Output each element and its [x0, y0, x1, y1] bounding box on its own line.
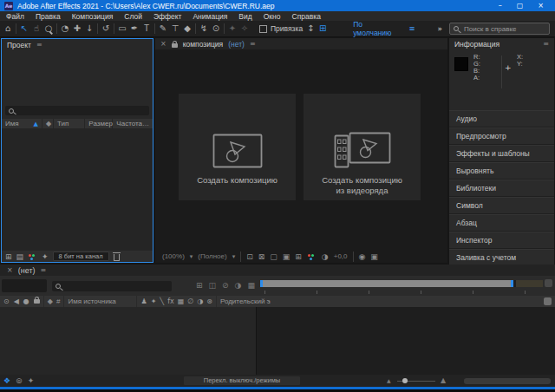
- workspace-menu-icon[interactable]: ≡: [408, 24, 415, 33]
- layer-list-area[interactable]: [0, 307, 257, 375]
- parent-column[interactable]: Родительский элемент…: [217, 296, 271, 307]
- close-tab-icon[interactable]: ×: [7, 266, 13, 274]
- toolbar-overflow-chevron[interactable]: »: [438, 24, 443, 33]
- collapsed-panel-tab[interactable]: Инспектор: [449, 232, 554, 249]
- layer-switch-icon[interactable]: ╲: [160, 297, 164, 305]
- bit-depth-button[interactable]: 8 бит на канал: [53, 252, 109, 261]
- resolution-dropdown[interactable]: (Полное): [198, 252, 226, 260]
- column-name[interactable]: Имя ▲: [2, 119, 42, 128]
- timeline-option-icon[interactable]: ⊞: [196, 281, 203, 290]
- interpret-footage-icon[interactable]: ⊞: [5, 252, 12, 261]
- comp-marker-bin[interactable]: [545, 279, 552, 287]
- zoom-in-mountain-icon[interactable]: ▲: [441, 376, 446, 384]
- rectangle-tool[interactable]: ▭: [118, 22, 127, 36]
- snap-options-icon[interactable]: ↕: [306, 22, 315, 36]
- layer-switch-icon[interactable]: ∅: [187, 297, 193, 305]
- layer-switch-icon[interactable]: fx: [167, 297, 174, 305]
- show-snapshot-icon[interactable]: ▣: [370, 252, 378, 261]
- timeline-tab[interactable]: (нет): [18, 266, 36, 275]
- clone-stamp-tool[interactable]: ⊤: [171, 22, 180, 36]
- source-name-column[interactable]: Имя источника: [64, 296, 137, 307]
- collapsed-panel-tab[interactable]: Аудио: [449, 110, 554, 127]
- menu-item[interactable]: Окно: [264, 12, 281, 21]
- video-eye-icon[interactable]: ⊙: [3, 297, 10, 305]
- collapsed-panel-tab[interactable]: Символ: [449, 197, 554, 214]
- rotation-tool[interactable]: ↺: [101, 22, 110, 36]
- timeline-option-icon[interactable]: ◑: [235, 281, 242, 290]
- menu-item[interactable]: Эффект: [153, 12, 182, 21]
- help-search-input[interactable]: [462, 24, 545, 34]
- timeline-search-input[interactable]: [63, 282, 168, 291]
- menu-item[interactable]: Вид: [238, 12, 251, 21]
- eraser-tool[interactable]: ◆: [183, 22, 192, 36]
- collapsed-panel-tab[interactable]: Эффекты и шаблоны: [449, 145, 554, 162]
- info-panel-tab[interactable]: Информация: [454, 40, 500, 49]
- menu-item[interactable]: Справка: [292, 12, 321, 21]
- audio-icon[interactable]: ◀: [14, 297, 19, 305]
- layer-switch-icon[interactable]: ◑: [197, 297, 203, 305]
- collapsed-panel-tab[interactable]: Абзац: [449, 214, 554, 232]
- draft-3d-icon[interactable]: ⊚: [16, 376, 23, 385]
- project-settings-icon[interactable]: ✦: [42, 252, 49, 261]
- orbit-camera-tool[interactable]: ◔: [61, 22, 69, 36]
- new-composition-icon[interactable]: [28, 253, 37, 260]
- menu-item[interactable]: Композиция: [72, 12, 114, 21]
- work-area-end-handle[interactable]: [511, 280, 513, 287]
- layer-switch-icon[interactable]: ▦: [178, 297, 185, 305]
- project-tab[interactable]: Проект: [7, 41, 31, 49]
- minimize-button[interactable]: –: [499, 2, 502, 10]
- view-option-icon[interactable]: ▢: [270, 252, 278, 261]
- column-size[interactable]: Размер: [85, 119, 113, 128]
- timeline-option-icon[interactable]: ▦: [247, 281, 255, 290]
- selection-tool[interactable]: ↖: [20, 22, 29, 36]
- close-button[interactable]: ×: [538, 2, 544, 10]
- zoom-out-mountain-icon[interactable]: ▲: [387, 377, 391, 383]
- layer-switch-icon[interactable]: ⊛: [206, 297, 212, 305]
- timeline-option-icon[interactable]: ⊘: [222, 281, 229, 290]
- view-option-icon[interactable]: ⊠: [258, 252, 265, 261]
- panel-menu-icon[interactable]: ≡: [543, 40, 549, 48]
- exposure-value[interactable]: +0,0: [334, 252, 348, 260]
- panel-menu-icon[interactable]: ≡: [41, 266, 47, 274]
- project-search-input[interactable]: [16, 106, 146, 115]
- index-column[interactable]: #: [56, 297, 60, 305]
- exposure-icon[interactable]: ◑: [322, 252, 329, 261]
- brush-tool[interactable]: ✎: [159, 22, 167, 36]
- magnification-dropdown[interactable]: (100%): [162, 252, 185, 260]
- roto-brush-tool[interactable]: ↯: [199, 22, 208, 36]
- toggle-switches-modes-button[interactable]: Перекл. выключ./режимы: [184, 376, 300, 385]
- composition-mini-flowchart-icon[interactable]: ❖: [3, 376, 10, 385]
- home-tool[interactable]: ⌂: [3, 22, 12, 36]
- view-option-icon[interactable]: ▣: [283, 252, 291, 261]
- menu-item[interactable]: Слой: [124, 12, 142, 21]
- type-tool[interactable]: T: [142, 22, 151, 36]
- collapsed-panel-tab[interactable]: Библиотеки: [449, 180, 554, 197]
- panel-menu-icon[interactable]: ≡: [250, 40, 256, 48]
- workspace-selector[interactable]: По умолчанию: [353, 20, 391, 37]
- horizontal-scrollbar[interactable]: [464, 378, 551, 384]
- menu-item[interactable]: Файл: [6, 12, 24, 21]
- layer-switch-icon[interactable]: ♟: [140, 297, 147, 305]
- hand-tool[interactable]: ☝: [32, 22, 41, 36]
- scrollbar-handle[interactable]: [544, 297, 552, 305]
- new-composition-card[interactable]: Создать композицию: [179, 94, 296, 200]
- solo-icon[interactable]: ●: [23, 297, 29, 305]
- close-tab-icon[interactable]: ×: [160, 40, 166, 48]
- delete-icon[interactable]: [114, 254, 120, 261]
- pan-camera-tool[interactable]: ✚: [73, 22, 82, 36]
- work-area-start-handle[interactable]: [260, 280, 263, 287]
- view-option-icon[interactable]: ⊡: [246, 252, 253, 261]
- menu-item[interactable]: Анимация: [193, 12, 227, 21]
- timeline-zoom-slider[interactable]: [397, 381, 435, 382]
- track-area[interactable]: [257, 307, 555, 375]
- column-type[interactable]: Тип: [54, 119, 85, 128]
- collapsed-panel-tab[interactable]: Предпросмотр: [449, 127, 554, 145]
- column-label-icon[interactable]: ◆: [42, 119, 54, 128]
- column-rate[interactable]: Частота…: [113, 119, 153, 128]
- zoom-slider-handle[interactable]: [402, 378, 408, 383]
- color-management-icon[interactable]: [307, 253, 317, 260]
- project-item-list[interactable]: [2, 128, 153, 251]
- pen-tool[interactable]: ✒: [130, 22, 139, 36]
- hide-shy-layers-icon[interactable]: ✦: [28, 376, 35, 385]
- axis-mode-icon[interactable]: ✧: [240, 22, 249, 36]
